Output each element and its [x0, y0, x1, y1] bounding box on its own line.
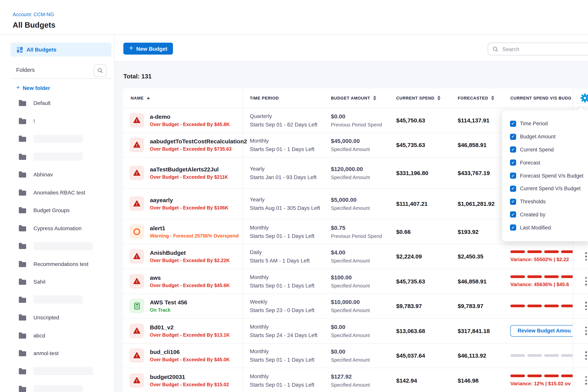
- column-toggle-budget-amount[interactable]: Budget Amount: [502, 130, 588, 143]
- checkbox-checked-icon[interactable]: [510, 212, 516, 218]
- column-header-current-spend[interactable]: CURRENT SPEND: [396, 88, 440, 108]
- folder-item-loading[interactable]: [0, 237, 114, 255]
- grid-icon: [17, 47, 23, 52]
- folder-item-budget-groups[interactable]: Budget Groups: [0, 202, 114, 219]
- budget-amount-type: Previous Period Spend: [331, 122, 382, 128]
- folder-icon: [19, 332, 26, 338]
- column-toggle-time-period[interactable]: Time Period: [502, 117, 588, 130]
- row-menu-button[interactable]: [584, 376, 588, 386]
- checkbox-checked-icon[interactable]: [510, 160, 516, 166]
- column-toggle-label: Budget Amount: [520, 134, 556, 140]
- review-budget-amount-button[interactable]: Review Budget Amou: [510, 325, 573, 337]
- spend-vs-budget-cell: Variance: 12% | $15.02 ov: [510, 374, 573, 386]
- folder-search-button[interactable]: [94, 64, 106, 77]
- folder-item-sahil[interactable]: Sahil: [0, 273, 114, 291]
- forecasted-amount: $1,061,281.92: [458, 200, 494, 207]
- budget-amount-type: Specified Amount: [331, 357, 370, 363]
- row-menu-button[interactable]: [584, 252, 588, 262]
- column-toggle-current-spend[interactable]: Current Spend: [502, 143, 588, 156]
- budget-name: aabudgetToTestCostRecalculation2: [150, 138, 247, 145]
- sort-icon: [438, 96, 440, 100]
- column-header-spend-vs-budget: CURRENT SPEND V/S BUDG: [510, 88, 572, 108]
- variance-bar-empty: [510, 354, 573, 357]
- folder-item-anmol-test[interactable]: anmol-test: [0, 344, 114, 362]
- page-header: Account: CCM-NG All Budgets: [0, 0, 588, 35]
- period-detail: Starts Sep 01 - 1 Days Left: [250, 146, 314, 152]
- column-toggle-thresholds[interactable]: Thresholds: [502, 195, 588, 208]
- budget-row-bd01-v2[interactable]: Bd01_v2Over Budget - Exceeded By $13.1K …: [123, 318, 588, 344]
- account-breadcrumb-link[interactable]: Account: CCM-NG: [13, 12, 54, 17]
- row-menu-button[interactable]: [584, 301, 588, 311]
- current-spend: $2,224.09: [396, 253, 422, 260]
- checkbox-checked-icon[interactable]: [510, 186, 516, 192]
- folder-item-loading[interactable]: [0, 148, 114, 166]
- column-toggle-forecast[interactable]: Forecast: [502, 156, 588, 169]
- over-budget-alert-icon: [133, 327, 141, 335]
- forecasted-amount: $114,137.91: [458, 117, 490, 124]
- budget-amount: $127.92: [331, 373, 370, 380]
- forecasted-amount: $46,858.91: [458, 278, 486, 284]
- folder-label: Abhinav: [34, 172, 53, 178]
- budget-name: Bd01_v2: [150, 324, 230, 330]
- folder-item-recommendations-test[interactable]: Recommendations test: [0, 255, 114, 273]
- checkbox-checked-icon[interactable]: [510, 134, 516, 140]
- column-toggle-current-spend-vs-budget[interactable]: Current Spend V/s Budget: [502, 182, 588, 195]
- folder-icon: [19, 154, 26, 160]
- over-budget-alert-icon: [133, 169, 141, 177]
- budget-row-budget20031[interactable]: budget20031Over Budget - Exceeded By $15…: [123, 368, 588, 392]
- folder-name-skeleton: [34, 242, 93, 250]
- row-menu-button[interactable]: [584, 276, 588, 286]
- column-settings-dropdown: Time Period Budget Amount Current Spend …: [502, 110, 588, 241]
- folder-item-unscripted[interactable]: Unscripted: [0, 308, 114, 326]
- checkbox-checked-icon[interactable]: [510, 225, 516, 231]
- app-window: Account: CCM-NG All Budgets All Budgets …: [0, 0, 588, 392]
- column-header-name[interactable]: NAME: [131, 88, 150, 108]
- budget-row-aws[interactable]: awsOver Budget - Exceeded By $45.6K Mont…: [123, 269, 588, 294]
- column-toggle-label: Thresholds: [520, 199, 546, 204]
- new-budget-button[interactable]: + New Budget: [123, 43, 173, 54]
- column-header-budget-amount[interactable]: BUDGET AMOUNT: [331, 88, 376, 108]
- column-header-time-period[interactable]: TIME PERIOD: [250, 88, 279, 108]
- column-toggle-label: Last Modified: [520, 225, 551, 230]
- budget-status: Warning - Forecast 25756% Overspend: [150, 233, 239, 239]
- budget-row-bud-cli106[interactable]: bud_cli106Over Budget - Exceeded By $45.…: [123, 344, 588, 368]
- folders-header: Folders: [10, 64, 112, 76]
- column-header-forecasted[interactable]: FORECASTED: [458, 88, 494, 108]
- checkbox-checked-icon[interactable]: [510, 198, 516, 205]
- folder-item-anomalies-rbac-test[interactable]: Anomalies RBAC test: [0, 184, 114, 202]
- folder-item-abcd[interactable]: abcd: [0, 326, 114, 344]
- over-budget-alert-icon: [133, 278, 141, 285]
- folder-item-abhinav[interactable]: Abhinav: [0, 166, 114, 184]
- folder-item[interactable]: !: [0, 112, 114, 130]
- folder-item-cypress-automation[interactable]: Cypress Automation: [0, 219, 114, 237]
- folder-item-loading[interactable]: [0, 291, 114, 308]
- budget-name: aayearly: [150, 197, 228, 204]
- sidebar-item-all-budgets[interactable]: All Budgets: [10, 43, 112, 56]
- folder-item-loading[interactable]: [0, 130, 114, 148]
- row-menu-button[interactable]: [584, 326, 588, 336]
- row-menu-button[interactable]: [584, 351, 588, 361]
- column-toggle-last-modified[interactable]: Last Modified: [502, 221, 588, 234]
- search-input[interactable]: [502, 46, 580, 52]
- column-toggle-label: Current Spend: [520, 147, 554, 152]
- column-toggle-forecast-spend-vs-budget[interactable]: Forecast Spend V/s Budget: [502, 169, 588, 182]
- column-toggle-created-by[interactable]: Created by: [502, 208, 588, 221]
- folder-item-loading[interactable]: [0, 362, 114, 380]
- checkbox-checked-icon[interactable]: [510, 172, 516, 179]
- folder-item-default[interactable]: Default: [0, 94, 114, 112]
- folder-item-loading[interactable]: [0, 380, 114, 392]
- checkbox-checked-icon[interactable]: [510, 121, 516, 127]
- over-budget-alert-icon: [133, 116, 141, 124]
- period-detail: Starts Sep 24 - 24 Days Left: [250, 332, 318, 338]
- checkbox-checked-icon[interactable]: [510, 146, 516, 153]
- current-spend: $45,750.63: [396, 117, 425, 124]
- column-toggle-label: Forecast: [520, 160, 540, 166]
- budget-row-aws-test-456[interactable]: AWS Test 456On Track WeeklyStarts Sep 23…: [123, 294, 588, 318]
- settings-gear-icon[interactable]: [580, 94, 588, 102]
- current-spend: $142.94: [396, 377, 417, 384]
- budget-row-anishbudget[interactable]: AnishBudgetOver Budget - Exceeded By $2.…: [123, 244, 588, 269]
- budget-amount-type: Specified Amount: [331, 382, 370, 388]
- new-folder-button[interactable]: + New folder: [16, 84, 50, 92]
- folder-icon: [19, 350, 26, 356]
- new-budget-label: New Budget: [136, 46, 167, 52]
